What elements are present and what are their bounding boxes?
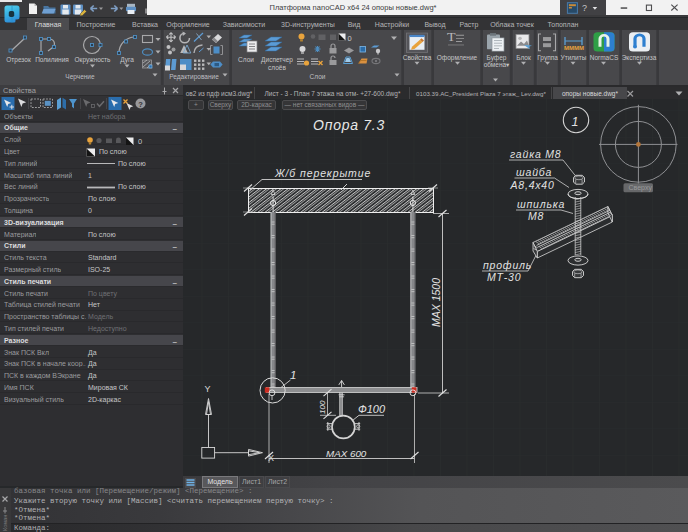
svg-text:Сверху: Сверху — [629, 184, 653, 192]
svg-text:профиль: профиль — [483, 259, 532, 271]
svg-text:MMMM: MMMM — [564, 46, 584, 52]
svg-text:М8: М8 — [528, 210, 544, 222]
svg-text:T: T — [447, 30, 456, 43]
svg-text:А8,4х40: А8,4х40 — [510, 179, 555, 191]
svg-text:0: 0 — [138, 137, 142, 146]
svg-text:шайба: шайба — [516, 166, 552, 178]
svg-text:X: X — [268, 453, 274, 463]
svg-text:0: 0 — [348, 34, 352, 43]
svg-text:100: 100 — [318, 400, 327, 414]
svg-text:гайка М8: гайка М8 — [510, 148, 561, 160]
svg-text:Опора 7.3: Опора 7.3 — [313, 117, 385, 133]
svg-text:?: ? — [582, 3, 587, 13]
svg-text:MAX 1500: MAX 1500 — [430, 278, 442, 327]
svg-text:Y: Y — [205, 384, 211, 394]
svg-text:MAX 600: MAX 600 — [326, 448, 367, 459]
svg-text:1: 1 — [290, 369, 296, 381]
svg-text:шпилька: шпилька — [517, 198, 565, 210]
svg-text:Ж/б перекрытие: Ж/б перекрытие — [274, 167, 371, 179]
svg-text:Ф100: Ф100 — [358, 403, 386, 415]
svg-text:?: ? — [138, 100, 143, 109]
svg-text:МТ-30: МТ-30 — [487, 271, 521, 283]
svg-text:1: 1 — [572, 115, 579, 129]
